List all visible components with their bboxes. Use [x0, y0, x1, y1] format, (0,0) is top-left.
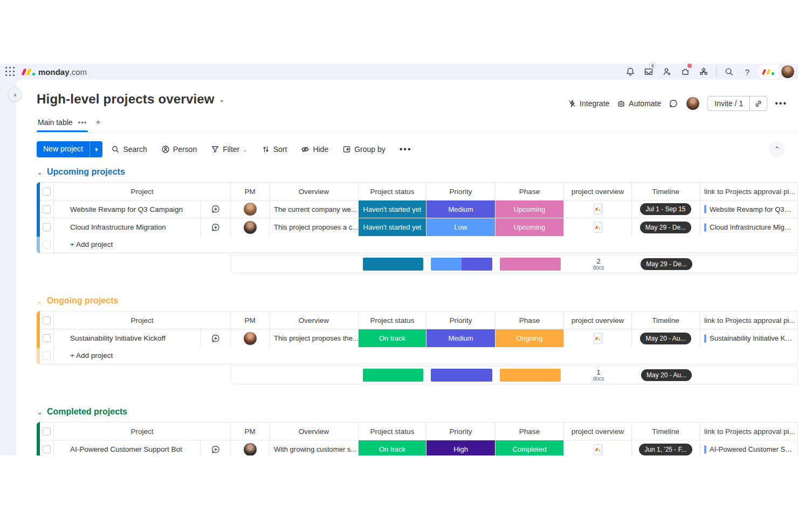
column-header-link[interactable]: link to Projects approval pi... — [700, 423, 797, 440]
status-cell[interactable]: On track — [359, 329, 426, 347]
column-header-status[interactable]: Project status — [359, 312, 426, 329]
doc-file-icon[interactable] — [594, 204, 602, 215]
invite-members-icon[interactable] — [659, 65, 675, 79]
sidebar-expand-button[interactable]: › — [8, 87, 22, 101]
integrate-button[interactable]: Integrate — [568, 99, 609, 108]
add-conversation-icon[interactable] — [201, 218, 231, 236]
group-by-button[interactable]: Group by — [337, 142, 391, 157]
link-cell[interactable]: Cloud Infrastructure Migrati... — [700, 218, 797, 236]
priority-cell[interactable]: Medium — [426, 201, 496, 218]
column-header-pm[interactable]: PM — [231, 423, 270, 440]
column-header-overview[interactable]: Overview — [270, 423, 359, 440]
pm-cell[interactable] — [231, 329, 270, 347]
pm-avatar[interactable] — [243, 331, 257, 346]
toolbar-more-icon[interactable]: ••• — [394, 141, 417, 157]
overview-cell[interactable]: With growing customer s... — [270, 440, 359, 455]
group-collapse-icon[interactable]: ⌄ — [37, 168, 43, 176]
link-cell[interactable]: Sustainability Initiative Kicko... — [700, 329, 797, 347]
link-cell[interactable]: AI-Powered Customer Supp... — [700, 440, 797, 455]
link-cell[interactable]: Website Revamp for Q3 Ca... — [700, 201, 797, 218]
pm-cell[interactable] — [231, 440, 270, 455]
phase-cell[interactable]: Ongoing — [496, 329, 564, 347]
copy-link-icon[interactable] — [749, 96, 767, 110]
select-all-checkbox[interactable] — [40, 183, 54, 200]
column-header-status[interactable]: Project status — [359, 183, 426, 200]
doc-file-icon[interactable] — [594, 333, 602, 344]
user-avatar[interactable] — [781, 65, 795, 79]
row-checkbox[interactable] — [40, 201, 54, 218]
priority-cell[interactable]: High — [426, 440, 496, 455]
status-summary-bar[interactable] — [363, 258, 423, 271]
link-item-text[interactable]: Website Revamp for Q3 Ca... — [710, 205, 793, 213]
project-name-cell[interactable]: AI-Powered Customer Support Bot — [54, 440, 201, 455]
timeline-cell[interactable]: Jul 1 - Sep 15 — [632, 201, 700, 218]
doc-file-icon[interactable] — [594, 222, 602, 233]
column-header-priority[interactable]: Priority — [426, 312, 496, 329]
column-header-overview[interactable]: Overview — [270, 183, 359, 200]
column-header-timeline[interactable]: Timeline — [632, 312, 700, 329]
add-project-label[interactable]: + Add project — [70, 240, 113, 248]
column-header-project[interactable]: Project — [54, 183, 231, 200]
search-button[interactable]: Search — [106, 142, 152, 157]
status-summary-bar[interactable] — [363, 369, 423, 382]
hide-button[interactable]: Hide — [295, 142, 334, 157]
doc-cell[interactable] — [564, 218, 632, 236]
phase-summary-bar[interactable] — [500, 258, 561, 271]
pm-avatar[interactable] — [243, 202, 257, 216]
timeline-pill[interactable]: Jul 1 - Sep 15 — [640, 203, 691, 215]
timeline-cell[interactable]: May 20 - Au... — [632, 329, 700, 347]
doc-cell[interactable] — [564, 440, 632, 455]
add-project-row[interactable]: + Add project — [40, 347, 797, 364]
column-header-phase[interactable]: Phase — [496, 183, 564, 200]
add-conversation-icon[interactable] — [201, 440, 231, 455]
monday-logo[interactable]: monday.com — [23, 67, 87, 77]
product-switcher-chip[interactable] — [758, 65, 779, 79]
pm-avatar[interactable] — [243, 443, 257, 456]
overview-cell[interactable]: This project proposes a c... — [270, 218, 359, 236]
row-checkbox[interactable] — [40, 218, 54, 236]
column-header-pm[interactable]: PM — [231, 183, 270, 200]
add-view-button[interactable]: + — [95, 118, 100, 133]
timeline-pill[interactable]: May 29 - De... — [640, 222, 691, 233]
column-header-project[interactable]: Project — [54, 423, 231, 440]
workflows-icon[interactable] — [696, 65, 712, 79]
board-chat-icon[interactable] — [669, 99, 678, 108]
invite-button[interactable]: Invite / 1 — [707, 96, 767, 111]
column-header-timeline[interactable]: Timeline — [632, 423, 700, 440]
overview-cell[interactable]: The current company we... — [270, 201, 359, 218]
phase-cell[interactable]: Upcoming — [496, 218, 564, 236]
pm-cell[interactable] — [231, 201, 270, 218]
column-header-project-overview[interactable]: project overview — [564, 312, 632, 329]
column-header-phase[interactable]: Phase — [496, 423, 564, 440]
column-header-timeline[interactable]: Timeline — [632, 183, 700, 200]
column-header-pm[interactable]: PM — [231, 312, 270, 329]
filter-dropdown-icon[interactable]: ⌄ — [243, 147, 247, 153]
group-title-row[interactable]: ⌄ Upcoming projects — [37, 167, 798, 177]
phase-cell[interactable]: Upcoming — [496, 201, 564, 218]
row-checkbox[interactable] — [40, 440, 54, 455]
phase-cell[interactable]: Completed — [496, 440, 564, 455]
notifications-bell-icon[interactable] — [622, 65, 638, 79]
doc-file-icon[interactable] — [594, 444, 602, 455]
collapse-header-button[interactable]: ⌃ — [769, 141, 785, 157]
group-title-row[interactable]: ⌄ Ongoing projects — [37, 296, 798, 306]
column-header-project-overview[interactable]: project overview — [564, 423, 632, 440]
search-icon[interactable] — [721, 65, 737, 79]
column-header-link[interactable]: link to Projects approval pi... — [700, 183, 797, 200]
timeline-cell[interactable]: Jun 1, '25 - F... — [632, 440, 700, 455]
status-cell[interactable]: Haven't started yet — [359, 201, 426, 218]
group-title-row[interactable]: ⌄ Completed projects — [37, 407, 798, 417]
column-header-priority[interactable]: Priority — [426, 423, 496, 440]
doc-cell[interactable] — [564, 329, 632, 347]
timeline-pill[interactable]: Jun 1, '25 - F... — [639, 444, 692, 455]
status-cell[interactable]: Haven't started yet — [359, 218, 426, 236]
priority-cell[interactable]: Low — [426, 218, 496, 236]
person-filter-button[interactable]: Person — [156, 142, 202, 157]
add-conversation-icon[interactable] — [201, 329, 231, 347]
link-item-text[interactable]: AI-Powered Customer Supp... — [710, 445, 793, 453]
priority-summary-bar[interactable] — [431, 258, 492, 271]
pm-avatar[interactable] — [243, 220, 257, 234]
select-all-checkbox[interactable] — [40, 312, 54, 329]
new-project-button[interactable]: New project ▾ — [37, 141, 102, 157]
timeline-cell[interactable]: May 29 - De... — [632, 218, 700, 236]
